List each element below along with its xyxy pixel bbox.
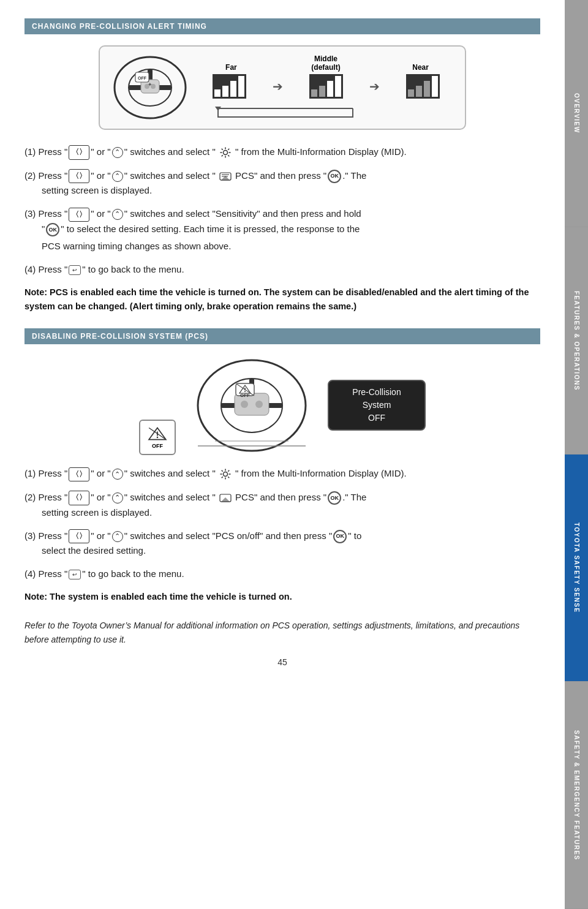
svg-text:✦: ✦ xyxy=(148,81,153,88)
steering-wheel-svg: OFF ✦ xyxy=(107,54,193,121)
lr-arrows-icon-s2-2: 〈〉 xyxy=(69,491,89,505)
far-label: Far xyxy=(206,63,255,72)
middle-bars xyxy=(309,74,343,99)
svg-text:OFF: OFF xyxy=(240,393,250,398)
s2-instruction-2-cont: setting screen is displayed. xyxy=(42,505,540,520)
sidebar-tab-safety[interactable]: SAFETY & EMERGENCY FEATURES xyxy=(565,682,588,909)
near-label: Near xyxy=(396,63,445,72)
section2-header: DISABLING PRE-COLLISION SYSTEM (PCS) xyxy=(24,328,540,344)
svg-text:OFF: OFF xyxy=(138,76,147,80)
arrow1: ➔ xyxy=(273,79,283,94)
diagram-box: OFF ✦ Far Middle(default) Near xyxy=(99,45,466,130)
up-arrow-icon-s2-3: ⌃ xyxy=(112,531,123,542)
up-arrow-icon-2: ⌃ xyxy=(112,171,123,182)
svg-point-28 xyxy=(255,401,263,408)
s1-instruction-3-cont1: "OK" to select the desired setting. Each… xyxy=(42,222,540,236)
bars-row: ➔ ➔ xyxy=(199,74,453,99)
ok-btn-1: OK xyxy=(328,170,341,183)
off-label-small: OFF xyxy=(152,443,163,449)
s2-instruction-1: (1) Press "〈〉" or "⌃" switches and selec… xyxy=(24,466,540,481)
section1-header: CHANGING PRE-COLLISION ALERT TIMING xyxy=(24,18,540,34)
lr-arrows-icon-s2-3: 〈〉 xyxy=(69,529,89,543)
lr-arrows-icon-3: 〈〉 xyxy=(69,208,89,222)
s1-note: Note: PCS is enabled each time the vehic… xyxy=(24,285,540,314)
up-arrow-icon-3: ⌃ xyxy=(112,209,123,220)
curved-arrow xyxy=(212,104,440,121)
s1-instruction-3-cont2: PCS warning timing changes as shown abov… xyxy=(42,239,540,254)
sidebar-tab-features[interactable]: FEATURES & OPERATIONS xyxy=(565,227,588,455)
svg-point-37 xyxy=(223,472,227,477)
pcs-off-icon-small xyxy=(146,426,168,442)
ok-btn-s2-1: OK xyxy=(328,491,341,505)
sequence-diagram: Far Middle(default) Near xyxy=(199,55,453,121)
main-content: CHANGING PRE-COLLISION ALERT TIMING OFF … xyxy=(0,0,565,692)
arrow2: ➔ xyxy=(369,79,380,94)
pcs-icon-s2 xyxy=(219,492,232,504)
ok-btn-2: OK xyxy=(46,223,59,236)
back-btn-s2: ↩ xyxy=(69,570,81,579)
s1-instruction-1: (1) Press "〈〉" or "⌃" switches and selec… xyxy=(24,145,540,160)
s2-instruction-4: (4) Press "↩" to go back to the menu. xyxy=(24,567,540,581)
svg-point-19 xyxy=(157,437,159,439)
s2-instruction-2: (2) Press "〈〉" or "⌃" switches and selec… xyxy=(24,490,540,520)
back-btn-1: ↩ xyxy=(69,265,81,275)
pcs-screen-display: Pre-Collision System OFF xyxy=(328,355,426,455)
pcs-screen-box: Pre-Collision System OFF xyxy=(328,380,426,431)
svg-point-12 xyxy=(223,151,227,155)
page-number: 45 xyxy=(24,657,540,673)
sidebar: OVERVIEW FEATURES & OPERATIONS TOYOTA SA… xyxy=(565,0,588,909)
lr-arrows-icon-s2-1: 〈〉 xyxy=(69,467,89,481)
steering-wheel-large: OFF xyxy=(190,355,313,453)
pcs-off-small-box: OFF xyxy=(139,420,176,455)
sidebar-tab-overview[interactable]: OVERVIEW xyxy=(565,0,588,227)
s1-instruction-4: (4) Press "↩" to go back to the menu. xyxy=(24,262,540,277)
s2-instruction-3: (3) Press "〈〉" or "⌃" switches and selec… xyxy=(24,529,540,559)
up-arrow-icon-1: ⌃ xyxy=(112,147,123,158)
lr-arrows-icon-1: 〈〉 xyxy=(69,145,89,159)
svg-point-27 xyxy=(241,401,248,408)
pcs-icon-1 xyxy=(219,171,232,182)
gear-icon-s2-1 xyxy=(219,468,232,480)
s1-instruction-2-cont: setting screen is displayed. xyxy=(42,183,540,198)
lr-arrows-icon-2: 〈〉 xyxy=(69,169,89,183)
s1-instruction-2: (2) Press "〈〉" or "⌃" switches and selec… xyxy=(24,168,540,198)
up-arrow-icon-s2-2: ⌃ xyxy=(112,492,123,504)
middle-label: Middle(default) xyxy=(298,55,353,72)
disabling-diagram: OFF OFF xyxy=(24,355,540,455)
alert-labels-row: Far Middle(default) Near xyxy=(199,55,453,72)
far-bars xyxy=(213,74,246,99)
steering-with-overlay: OFF xyxy=(190,355,313,455)
svg-point-32 xyxy=(244,391,246,392)
near-bars xyxy=(406,74,440,99)
up-arrow-icon-s2-1: ⌃ xyxy=(112,469,123,480)
ok-btn-s2-2: OK xyxy=(333,530,347,543)
gear-icon-1 xyxy=(219,146,232,159)
s1-instruction-3: (3) Press "〈〉" or "⌃" switches and selec… xyxy=(24,206,540,254)
s2-instruction-3-cont: select the desired setting. xyxy=(42,543,540,558)
s2-note: Note: The system is enabled each time th… xyxy=(24,590,540,604)
svg-marker-39 xyxy=(221,497,230,502)
alert-timing-diagram: OFF ✦ Far Middle(default) Near xyxy=(24,45,540,130)
sidebar-tab-tss[interactable]: TOYOTA SAFETY SENSE xyxy=(565,455,588,682)
s2-italic-note: Refer to the Toyota Owner’s Manual for a… xyxy=(24,619,540,646)
